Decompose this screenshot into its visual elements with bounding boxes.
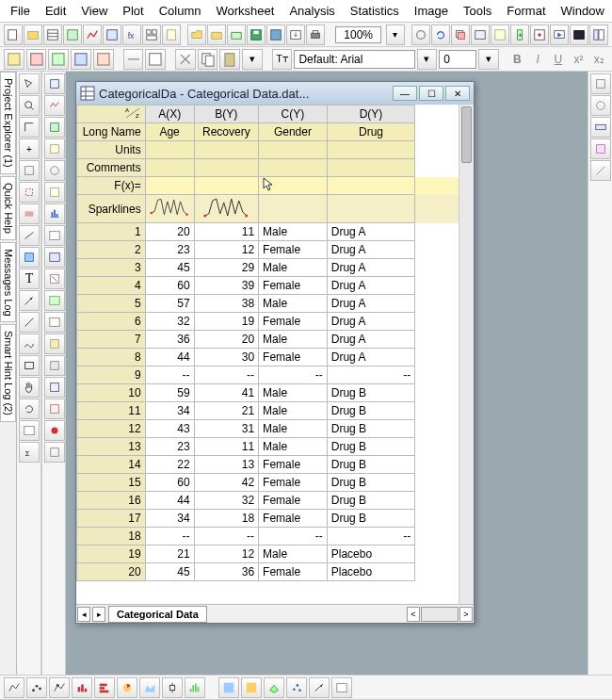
cell[interactable]: 12 <box>194 545 259 563</box>
fx-c[interactable] <box>259 177 328 195</box>
region-tool-icon[interactable] <box>19 247 40 268</box>
duplicate-icon[interactable] <box>451 24 470 45</box>
scrollbar-thumb[interactable] <box>461 106 472 163</box>
col-header-d[interactable]: D(Y) <box>327 106 414 123</box>
refresh-icon[interactable] <box>431 24 450 45</box>
size-dropdown-icon[interactable]: ▾ <box>478 49 499 70</box>
recalc-icon[interactable] <box>411 24 430 45</box>
cell[interactable]: -- <box>145 528 194 545</box>
gadget-5-icon[interactable] <box>44 160 65 181</box>
menu-analysis[interactable]: Analysis <box>282 2 341 20</box>
comments-label[interactable]: Comments <box>77 159 146 177</box>
cell[interactable]: 11 <box>194 438 259 456</box>
cell[interactable]: Female <box>259 456 328 474</box>
cell[interactable]: 23 <box>145 438 194 456</box>
menu-edit[interactable]: Edit <box>39 2 72 20</box>
underline-button[interactable]: U <box>549 50 568 69</box>
cell[interactable]: Drug B <box>327 402 414 420</box>
superscript-button[interactable]: x² <box>570 50 588 69</box>
menu-image[interactable]: Image <box>408 2 455 20</box>
sheet-tab[interactable]: Categorical Data <box>108 606 207 623</box>
gadget-12-icon[interactable] <box>44 312 65 333</box>
cell[interactable]: Drug A <box>327 223 414 241</box>
cell[interactable]: 21 <box>194 402 259 420</box>
long-name-label[interactable]: Long Name <box>77 123 146 141</box>
cell[interactable]: Drug B <box>327 384 414 402</box>
cell[interactable]: 12 <box>194 241 259 259</box>
row-header[interactable]: 12 <box>77 420 146 438</box>
menu-tools[interactable]: Tools <box>457 2 498 20</box>
cell[interactable]: 38 <box>194 295 259 313</box>
cell[interactable]: Male <box>259 438 328 456</box>
cell[interactable]: -- <box>259 528 328 545</box>
cell[interactable]: 18 <box>194 510 259 528</box>
cut-icon[interactable] <box>175 49 196 70</box>
cell[interactable]: 19 <box>194 313 259 331</box>
subscript-button[interactable]: x₂ <box>589 50 608 69</box>
corner-cell[interactable]: AZ <box>77 106 146 123</box>
row-header[interactable]: 15 <box>77 474 146 492</box>
cell[interactable]: Drug B <box>327 510 414 528</box>
rectangle-tool-icon[interactable] <box>19 355 40 376</box>
cell[interactable]: 36 <box>145 331 194 349</box>
toolbar-btn-2[interactable] <box>26 49 47 70</box>
row-header[interactable]: 1 <box>77 223 146 241</box>
cell[interactable]: 30 <box>194 349 259 366</box>
bold-button[interactable]: B <box>508 50 527 69</box>
col-header-a[interactable]: A(X) <box>145 106 194 123</box>
cell[interactable]: 60 <box>145 277 194 295</box>
cell[interactable]: -- <box>327 528 414 545</box>
cell[interactable]: 32 <box>194 492 259 510</box>
mdi-area[interactable]: CategoricalDa - Categorical Data.dat... … <box>66 72 588 675</box>
screen-reader-icon[interactable]: + <box>19 138 40 159</box>
line-symbol-plot-icon[interactable] <box>49 677 70 698</box>
row-header[interactable]: 16 <box>77 492 146 510</box>
units-c[interactable] <box>259 141 328 159</box>
gadget-4-icon[interactable] <box>44 138 65 159</box>
minimize-button[interactable]: — <box>393 86 417 101</box>
cell[interactable]: 43 <box>145 420 194 438</box>
col-header-c[interactable]: C(Y) <box>259 106 328 123</box>
sparkline-c[interactable] <box>259 195 328 223</box>
cell[interactable]: 45 <box>145 563 194 581</box>
rtool-5-icon[interactable] <box>590 160 611 181</box>
text-tool-icon[interactable]: T <box>19 269 40 289</box>
cell[interactable]: -- <box>145 366 194 384</box>
units-label[interactable]: Units <box>77 141 146 159</box>
cell[interactable]: -- <box>259 366 328 384</box>
sparkline-d[interactable] <box>327 195 414 223</box>
toolbar-btn-3[interactable] <box>48 49 69 70</box>
gadget-2-icon[interactable] <box>44 95 65 116</box>
menu-view[interactable]: View <box>74 2 114 20</box>
new-workbook-icon[interactable] <box>43 24 62 45</box>
cell[interactable]: Female <box>259 277 328 295</box>
curve-tool-icon[interactable] <box>19 334 40 354</box>
row-header[interactable]: 8 <box>77 349 146 366</box>
new-layout-icon[interactable] <box>142 24 161 45</box>
gadget-15-icon[interactable] <box>44 377 65 398</box>
cell[interactable]: 20 <box>194 331 259 349</box>
menu-column[interactable]: Column <box>153 2 208 20</box>
surface-plot-icon[interactable] <box>264 677 284 698</box>
command-window-icon[interactable] <box>570 24 588 45</box>
sheet-nav-prev[interactable]: ▸ <box>92 607 105 622</box>
cell[interactable]: 22 <box>145 456 194 474</box>
cell[interactable]: Female <box>259 474 328 492</box>
comments-a[interactable] <box>145 159 194 177</box>
histogram-icon[interactable] <box>185 677 205 698</box>
toolbar-btn-7[interactable] <box>145 49 166 70</box>
area-plot-icon[interactable] <box>139 677 160 698</box>
cell[interactable]: Female <box>259 510 328 528</box>
cell[interactable]: 45 <box>145 259 194 277</box>
cell[interactable]: Placebo <box>327 545 414 563</box>
gadget-14-icon[interactable] <box>44 355 65 376</box>
box-plot-icon[interactable] <box>162 677 183 698</box>
pie-plot-icon[interactable] <box>117 677 137 698</box>
cell[interactable]: Male <box>259 402 328 420</box>
window-titlebar[interactable]: CategoricalDa - Categorical Data.dat... … <box>76 82 474 105</box>
hscroll-left[interactable]: < <box>407 607 420 622</box>
row-header[interactable]: 7 <box>77 331 146 349</box>
cell[interactable]: 36 <box>194 563 259 581</box>
cell[interactable]: 32 <box>145 313 194 331</box>
image-plot-icon[interactable] <box>241 677 262 698</box>
